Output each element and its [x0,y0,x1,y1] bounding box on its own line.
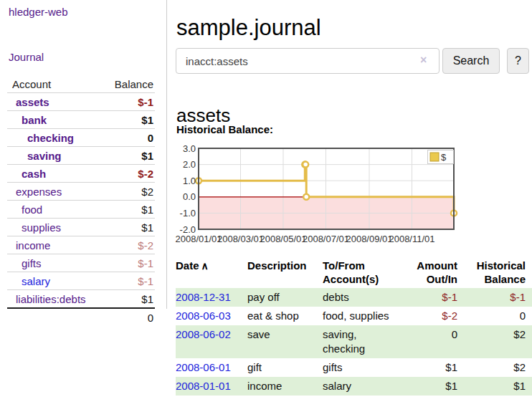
register-amount: $-2 [398,309,457,323]
account-row[interactable]: assets $-1 [7,92,155,110]
account-balance: $-2 [138,168,155,180]
accounts-table: Account Balance assets $-1 bank $1 check… [7,75,155,327]
account-balance: $1 [141,221,155,234]
account-row[interactable]: food $1 [7,200,155,218]
account-row[interactable]: saving $1 [7,146,155,164]
account-balance: $2 [141,186,155,198]
register-row: 2008-06-02 save saving, checking 0 $2 [176,325,532,358]
x-axis-tick-label: 2008/05/01 [260,234,306,244]
chart-title: Historical Balance: [176,123,273,135]
account-link[interactable]: saving [7,150,62,162]
y-axis-tick-label: 1.0 [183,176,196,186]
account-row[interactable]: income $-2 [7,236,155,254]
accounts-table-header: Account Balance [7,75,155,92]
register-date-link[interactable]: 2008-06-03 [176,310,231,322]
x-axis-tick-label: 2008/03/01 [217,234,264,244]
clear-search-icon[interactable]: × [420,54,427,66]
register-balance: $2 [457,360,526,375]
account-row[interactable]: liabilities:debts $1 [7,289,155,307]
register-header-date[interactable]: Date∧ [176,259,247,286]
register-description: gift [247,360,323,375]
account-balance: $1 [141,203,155,216]
brand-link[interactable]: hledger-web [9,6,68,18]
sort-ascending-icon: ∧ [201,260,209,272]
account-link[interactable]: expenses [7,186,62,198]
register-date-link[interactable]: 2008-06-02 [176,328,231,340]
account-row[interactable]: gifts $-1 [7,254,155,272]
account-balance: $-1 [138,96,155,108]
account-link[interactable]: food [7,203,42,216]
account-link[interactable]: supplies [7,221,61,234]
register-table: Date∧ Description To/From Account(s) Amo… [176,259,532,396]
register-amount: $-1 [398,290,457,305]
register-accounts: saving, checking [323,327,398,356]
account-link[interactable]: liabilities:debts [7,293,86,305]
legend-swatch-icon [430,153,439,161]
search-input[interactable] [176,48,440,74]
x-axis-tick-label: 2008/01/01 [175,234,222,244]
register-accounts: food, supplies [323,309,398,323]
register-date-link[interactable]: 2008-06-01 [176,361,231,373]
account-row[interactable]: bank $1 [7,110,155,128]
register-amount: $1 [398,379,457,393]
legend: $ [428,150,454,164]
register-description: pay off [247,290,323,305]
balance-column-header: Balance [115,78,153,90]
account-balance: $1 [141,114,155,126]
register-row: 2008-12-31 pay off debts $-1 $-1 [176,288,532,307]
search-button[interactable]: Search [442,48,500,74]
account-balance: $-1 [138,257,155,269]
legend-label: $ [441,152,447,163]
account-balance: $1 [141,150,155,162]
register-accounts: debts [323,290,398,305]
account-balance: $-1 [138,275,155,287]
register-balance: 0 [457,309,526,323]
y-axis-tick-label: -1.0 [180,208,196,219]
sidebar-divider [166,0,167,309]
data-point-marker [303,162,308,168]
y-axis-tick-label: 2.0 [183,159,196,170]
accounts-total-row: 0 [7,307,155,327]
register-header-balance: Historical Balance [457,259,526,286]
account-link[interactable]: salary [7,275,50,287]
register-accounts: salary [323,379,398,393]
x-axis-tick-label: 2008/11/01 [389,234,434,244]
account-row[interactable]: expenses $2 [7,182,155,200]
register-row: 2008-06-01 gift gifts $1 $2 [176,358,532,377]
register-header-accounts: To/From Account(s) [323,259,398,286]
x-axis-tick-label: 2008/09/01 [346,234,392,244]
account-balance: $-2 [138,239,155,251]
account-row[interactable]: salary $-1 [7,272,155,289]
account-link[interactable]: cash [7,168,46,180]
help-button[interactable]: ? [507,48,529,74]
y-axis: 3.0 2.0 1.0 0.0 -1.0 -2.0 [180,143,196,235]
register-amount: $1 [398,360,457,375]
account-balance: $1 [141,293,155,305]
journal-link[interactable]: Journal [9,51,44,63]
register-date-link[interactable]: 2008-12-31 [176,291,231,303]
page-title: sample.journal [176,13,321,43]
register-header-description: Description [247,259,323,286]
register-amount: 0 [398,327,457,356]
x-axis: 2008/01/01 2008/03/01 2008/05/01 2008/07… [175,234,434,244]
y-axis-tick-label: 3.0 [183,143,196,154]
account-row[interactable]: supplies $1 [7,218,155,236]
account-row[interactable]: checking 0 [7,128,155,146]
x-axis-tick-label: 2008/07/01 [303,234,349,244]
register-date-link[interactable]: 2008-01-01 [176,380,231,392]
account-link[interactable]: checking [7,132,74,144]
register-header-row: Date∧ Description To/From Account(s) Amo… [176,259,532,286]
account-link[interactable]: income [7,239,50,251]
search-form: × Search ? [176,48,532,74]
account-row[interactable]: cash $-2 [7,164,155,182]
account-link[interactable]: assets [7,96,49,108]
register-balance: $-1 [457,290,526,305]
register-accounts: gifts [323,360,398,375]
accounts-total-balance: 0 [148,312,153,324]
account-link[interactable]: bank [7,114,47,126]
register-description: save [247,327,323,356]
register-description: income [247,379,323,393]
account-link[interactable]: gifts [7,257,42,269]
register-row: 2008-06-03 eat & shop food, supplies $-2… [176,307,532,325]
register-row: 2008-01-01 income salary $1 $1 [176,377,532,396]
